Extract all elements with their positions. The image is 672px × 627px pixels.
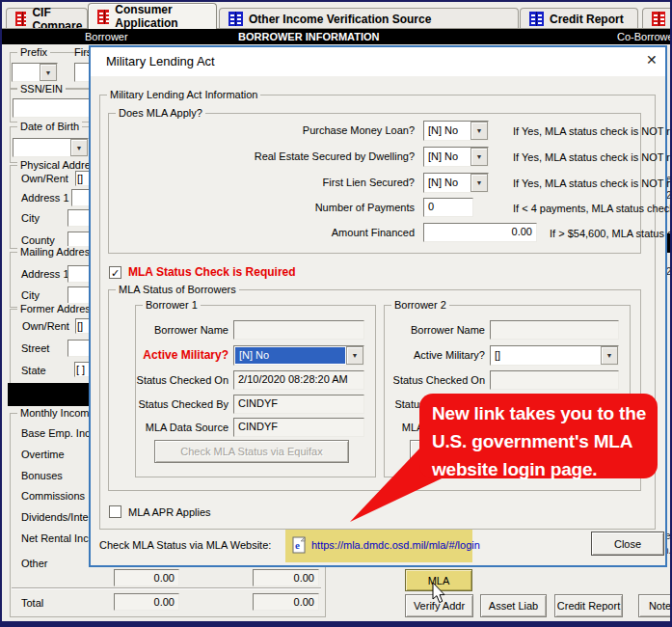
county-label: County [21,234,55,246]
total-coborrower-amount[interactable]: 0.00 [253,593,319,611]
purchase-money-note: If Yes, MLA status check is NOT required [513,125,672,137]
b2-checked-on-field[interactable] [490,370,619,390]
total-borrower-amount[interactable]: 0.00 [114,593,179,611]
address1-label: Address 1 [21,192,69,204]
num-payments-field[interactable]: 0 [423,198,473,217]
borrowers-status-label: MLA Status of Borrowers [116,284,239,295]
header-co-borrower: Co-Borrower [617,31,672,42]
b2-name-field[interactable] [490,320,619,340]
window-border-top [0,0,672,2]
section-divider-bar [8,383,91,406]
b1-check-equifax-button[interactable]: Check MLA Status via Equifax [154,440,349,463]
state-label: State [21,365,46,376]
prefix-dropdown[interactable]: ▼ [12,63,58,82]
dialog-title: Military Lending Act [106,54,215,68]
mailing-city-label: City [21,289,40,301]
b1-checked-by-field[interactable]: CINDYF [233,395,364,414]
tab-other-income-verification[interactable]: Other Income Verification Source [219,8,519,29]
close-icon[interactable]: ✕ [646,52,658,68]
borrower2-title: Borrower 2 [391,299,449,311]
b1-data-source-label: MLA Data Source [127,422,228,433]
first-lien-dropdown[interactable]: [N] No▼ [423,173,489,193]
callout-text-line: website login page. [432,455,658,483]
mouse-cursor [432,583,447,606]
asset-liab-button[interactable]: Asset Liab [480,594,547,617]
former-own-rent-label: Own/Rent [22,320,69,332]
total-label: Total [21,597,43,609]
note-button[interactable]: Note [638,594,672,617]
num-payments-label: Number of Payments [120,202,415,213]
does-mla-apply-label: Does MLA Apply? [116,107,205,119]
ie-link-icon: e [292,536,307,554]
window-border-left [0,0,2,627]
ssn-label: SSN/EIN [17,83,66,95]
chevron-down-icon[interactable]: ▼ [470,148,488,166]
chevron-down-icon[interactable]: ▼ [346,346,363,365]
b1-checked-by-label: Status Checked By [127,398,228,410]
chevron-down-icon[interactable]: ▼ [470,122,488,140]
tab-consumer-application[interactable]: Consumer Application [88,3,217,29]
mailing-address-label: Mailing Address [17,246,98,258]
income-item-overtime: Overtime [21,449,65,460]
prefix-label: Prefix [17,46,50,58]
status-check-required-label: MLA Status Check is Required [128,265,296,279]
mla-apr-checkbox[interactable] [109,505,121,518]
dob-dropdown[interactable]: ▼ [13,138,89,157]
tab-label: Other Income Verification Source [249,13,431,26]
first-lien-note: If Yes, MLA status check is NOT required [513,177,672,189]
chevron-down-icon[interactable]: ▼ [601,346,618,365]
ledger-icon-blue [228,12,243,26]
purchase-money-label: Purchase Money Loan? [120,124,415,136]
window-border-bottom [0,621,672,627]
mla-info-group-label: Military Lending Act Information [107,89,260,100]
svg-text:e: e [295,539,300,551]
other-coborrower-amount[interactable]: 0.00 [253,569,319,586]
b1-active-military-dropdown[interactable]: [N] No▼ [233,345,364,366]
header-borrower-information: BORROWER INFORMATION [238,31,379,42]
real-estate-label: Real Estate Secured by Dwelling? [120,150,415,162]
b1-active-military-label: Active Military? [127,348,228,362]
income-item-bonuses: Bonuses [21,470,63,481]
tab-label: Credit Report [550,13,624,26]
former-address-label: Former Address [17,303,98,314]
chevron-down-icon[interactable]: ▼ [40,64,57,81]
b1-data-source-field[interactable]: CINDYF [233,418,364,437]
tab-cif-compare[interactable]: CIF Compare [6,8,88,29]
credit-report-button[interactable]: Credit Report [554,594,623,617]
website-label: Check MLA Status via MLA Website: [99,539,271,551]
other-borrower-amount[interactable]: 0.00 [114,569,179,586]
street-label: Street [21,342,49,354]
income-item-commissions: Commissions [21,490,85,502]
real-estate-dropdown[interactable]: [N] No▼ [423,147,489,167]
purchase-money-dropdown[interactable]: [N] No▼ [423,121,489,141]
tab-credit-report[interactable]: Credit Report [520,8,638,29]
real-estate-note: If Yes, MLA status check is NOT required [513,151,672,163]
amount-financed-field[interactable]: 0.00 [423,223,537,242]
income-item-other: Other [21,558,48,569]
header-borrower: Borrower [85,31,128,42]
chevron-down-icon[interactable]: ▼ [470,174,488,192]
b2-checked-on-label: Status Checked On [384,374,485,386]
close-button[interactable]: Close [591,532,664,556]
website-link-highlight: e https://mla.dmdc.osd.mil/mla/#/login [285,530,472,562]
b2-active-military-dropdown[interactable]: []▼ [490,345,619,366]
b1-name-label: Borrower Name [127,324,228,336]
b2-active-military-label: Active Military? [384,349,485,361]
mailing-address1-label: Address 1 [21,268,69,280]
tab-label: Consumer Application [115,3,216,30]
b1-checked-on-field[interactable]: 2/10/2020 08:28:20 AM [233,370,364,390]
chevron-down-icon[interactable]: ▼ [70,139,88,156]
callout-text-line: New link takes you to the [432,399,658,427]
tab-partial-right[interactable]: A [642,8,672,29]
section-header-bar: Borrower BORROWER INFORMATION Co-Borrowe… [2,29,672,44]
num-payments-note: If < 4 payments, MLA status check is NOT… [513,203,672,214]
ledger-icon-red [15,12,26,26]
annotation-callout: New link takes you to the U.S. governmen… [419,394,658,478]
status-check-required-checkbox[interactable]: ✓ [109,266,121,279]
b1-name-field[interactable] [233,320,364,340]
application-window: CIF Compare Consumer Application Other I… [0,0,672,627]
total-divider [12,587,321,588]
mla-website-link[interactable]: https://mla.dmdc.osd.mil/mla/#/login [311,539,480,551]
own-rent-label: Own/Rent [21,173,68,184]
monthly-income-label: Monthly Income [17,407,98,419]
